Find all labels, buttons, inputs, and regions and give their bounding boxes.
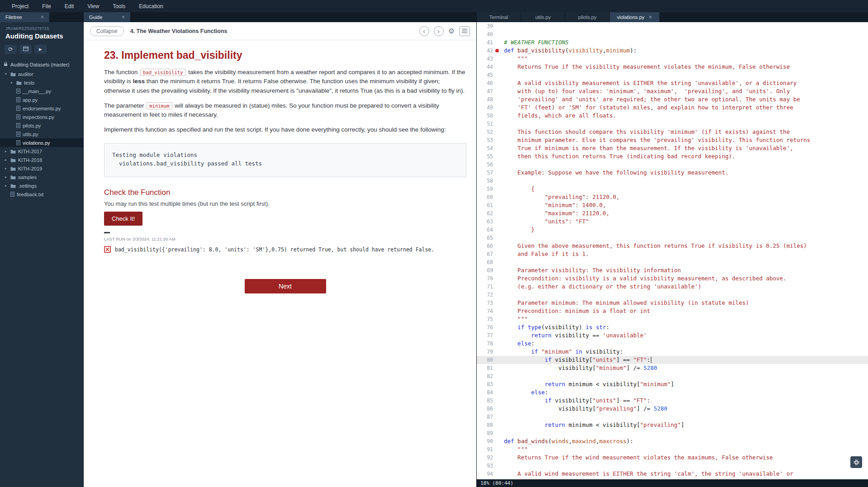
menu-item-edit[interactable]: Edit (65, 3, 74, 9)
gutter-line-number[interactable]: 45 (477, 71, 498, 79)
editor-line[interactable]: 58 (477, 177, 868, 185)
gutter-line-number[interactable]: 55 (477, 152, 498, 161)
editor-line[interactable]: 74 Precondition: minimum is a float or i… (477, 307, 868, 315)
gutter-line-number[interactable]: 92 (477, 454, 498, 462)
editor-line[interactable]: 90def bad_winds(winds,maxwind,maxcross): (477, 437, 868, 445)
editor-line[interactable]: 48 'prevailing' and 'units' are required… (477, 95, 868, 104)
editor-line[interactable]: 45 (477, 71, 868, 79)
filetree-item-violations.py[interactable]: violations.py (0, 138, 83, 147)
editor-line[interactable]: 56 (477, 161, 868, 169)
gutter-line-number[interactable]: 80 (477, 356, 498, 364)
editor-line[interactable]: 53 minimum parameter. Else it compares t… (477, 136, 868, 144)
editor-line[interactable]: 71 (e.g. either a dictionary or the stri… (477, 283, 868, 291)
menu-item-project[interactable]: Project (12, 3, 28, 9)
gutter-line-number[interactable]: 65 (477, 234, 498, 242)
gutter-line-number[interactable]: 82 (477, 372, 498, 380)
gutter-line-number[interactable]: 54 (477, 144, 498, 152)
editor-line[interactable]: 47 with (up to) four values: 'minimum', … (477, 87, 868, 95)
editor-line[interactable]: 54 True if minimum is more than the meas… (477, 144, 868, 152)
gutter-line-number[interactable]: 39 (477, 22, 498, 30)
tab-utils-py[interactable]: utils.py (521, 12, 565, 22)
editor-line[interactable]: 86 visibility["prevailing"] /= 5280 (477, 405, 868, 413)
editor-line[interactable]: 78 else: (477, 340, 868, 348)
editor-line[interactable]: 70 Precondition: visibility is a valid v… (477, 274, 868, 283)
gutter-line-number[interactable]: 84 (477, 388, 498, 397)
editor-line[interactable]: 83 return minimum < visibility["minimum"… (477, 380, 868, 388)
gutter-line-number[interactable]: 49 (477, 104, 498, 112)
gutter-line-number[interactable]: 94 (477, 470, 498, 478)
collapsed-widget-dash[interactable] (104, 232, 110, 233)
gutter-line-number[interactable]: 86 (477, 405, 498, 413)
editor-line[interactable]: 60 "prevailing": 21120.0, (477, 193, 868, 201)
gutter-line-number[interactable]: 59 (477, 185, 498, 193)
editor-line[interactable]: 64 } (477, 226, 868, 234)
gutter-line-number[interactable]: 61 (477, 201, 498, 209)
refresh-button[interactable]: ⟳ (5, 45, 17, 54)
tab-violations-py[interactable]: violations.py× (610, 12, 660, 22)
run-button[interactable]: ▶ (34, 45, 47, 54)
editor-line[interactable]: 85 if visibility["units"] == "FT": (477, 397, 868, 405)
editor-line[interactable]: 51 (477, 120, 868, 128)
filetree-item-app.py[interactable]: app.py (0, 95, 83, 104)
fullscreen-toggle-button[interactable] (850, 456, 862, 468)
filetree-item-endorsements.py[interactable]: endorsements.py (0, 104, 83, 113)
filetree-item-inspections.py[interactable]: inspections.py (0, 113, 83, 121)
tab-guide[interactable]: Guide × (84, 12, 131, 22)
editor-line[interactable]: 69 Parameter visibility: The visibility … (477, 266, 868, 274)
filetree-item-__main__.py[interactable]: __main__.py (0, 87, 83, 95)
editor-line[interactable]: 44 Returns True if the visibility measur… (477, 63, 868, 71)
gutter-line-number[interactable]: 50 (477, 112, 498, 120)
settings-button[interactable]: ⚙ (448, 27, 455, 35)
gutter-line-number[interactable]: 42 (477, 47, 498, 55)
editor-line[interactable]: 94 A valid wind measurement is EITHER th… (477, 470, 868, 478)
editor-line[interactable]: 41# WEATHER FUNCTIONS (477, 38, 868, 47)
tab-filetree[interactable]: Filetree × (0, 12, 50, 22)
check-it-button[interactable]: Check It! (104, 212, 142, 226)
gutter-line-number[interactable]: 72 (477, 291, 498, 299)
editor-line[interactable]: 57 Example: Suppose we have the followin… (477, 169, 868, 177)
editor-line[interactable]: 67 and False if it is 1. (477, 250, 868, 258)
close-icon[interactable]: × (649, 14, 652, 20)
editor-line[interactable]: 72 (477, 291, 868, 299)
gutter-line-number[interactable]: 63 (477, 217, 498, 226)
gutter-line-number[interactable]: 93 (477, 462, 498, 470)
editor-line[interactable]: 59 { (477, 185, 868, 193)
editor-line[interactable]: 46 A valid visibility measurement is EIT… (477, 79, 868, 87)
gutter-line-number[interactable]: 43 (477, 55, 498, 63)
editor-line[interactable]: 68 (477, 258, 868, 266)
gutter-line-number[interactable]: 85 (477, 397, 498, 405)
editor-line[interactable]: 79 if "minimum" in visibility: (477, 348, 868, 356)
editor-line[interactable]: 75 """ (477, 315, 868, 323)
gutter-line-number[interactable]: 56 (477, 161, 498, 169)
gutter-line-number[interactable]: 46 (477, 79, 498, 87)
editor-line[interactable]: 77 return visibility == 'unavailable' (477, 331, 868, 340)
gutter-line-number[interactable]: 71 (477, 283, 498, 291)
editor-line[interactable]: 91 """ (477, 445, 868, 454)
gutter-line-number[interactable]: 87 (477, 413, 498, 421)
editor-line[interactable]: 73 Parameter minimum: The minimum allowe… (477, 299, 868, 307)
gutter-line-number[interactable]: 83 (477, 380, 498, 388)
editor-line[interactable]: 88 return minimum < visibility["prevaili… (477, 421, 868, 429)
editor-line[interactable]: 63 "units": "FT" (477, 217, 868, 226)
gutter-line-number[interactable]: 51 (477, 120, 498, 128)
gutter-line-number[interactable]: 58 (477, 177, 498, 185)
gutter-line-number[interactable]: 91 (477, 445, 498, 454)
editor-line[interactable]: 39 (477, 22, 868, 30)
gutter-line-number[interactable]: 89 (477, 429, 498, 437)
filetree-item-.settings[interactable]: ▸.settings (0, 181, 83, 190)
gutter-line-number[interactable]: 48 (477, 95, 498, 104)
editor-line[interactable]: 92 Returns True if the wind measurement … (477, 454, 868, 462)
gutter-line-number[interactable]: 90 (477, 437, 498, 445)
gutter-line-number[interactable]: 52 (477, 128, 498, 136)
gutter-line-number[interactable]: 47 (477, 87, 498, 95)
filetree-item-utils.py[interactable]: utils.py (0, 130, 83, 138)
gutter-line-number[interactable]: 78 (477, 340, 498, 348)
menu-item-education[interactable]: Education (139, 3, 163, 9)
gutter-line-number[interactable]: 44 (477, 63, 498, 71)
previous-page-button[interactable]: ‹ (419, 26, 429, 36)
filetree-item-samples[interactable]: ▸samples (0, 173, 83, 181)
gutter-line-number[interactable]: 41 (477, 38, 498, 47)
terminal-window-button[interactable] (19, 45, 32, 54)
gutter-line-number[interactable]: 60 (477, 193, 498, 201)
gutter-line-number[interactable]: 67 (477, 250, 498, 258)
